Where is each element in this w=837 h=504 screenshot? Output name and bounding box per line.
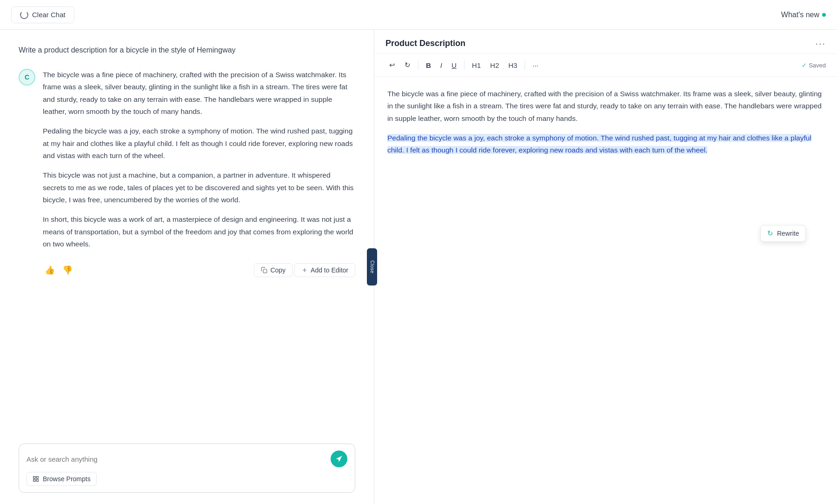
whats-new-label: What's new [781,11,819,19]
copy-button[interactable]: Copy [254,263,292,277]
editor-header: Product Description ··· [374,30,837,54]
italic-button[interactable]: I [437,59,446,72]
bold-button[interactable]: B [422,59,435,72]
add-to-editor-label: Add to Editor [311,266,348,274]
toolbar-divider-1 [418,60,418,70]
thumbs-up-button[interactable]: 👍 [43,263,57,277]
svg-rect-1 [33,477,35,478]
browse-prompts-label: Browse Prompts [43,475,91,483]
undo-button[interactable]: ↩ [385,59,399,72]
toolbar-divider-2 [464,60,465,70]
editor-toolbar: ↩ ↻ B I U H1 H2 H3 ··· ✓ Saved [374,54,837,77]
ai-paragraph-4: In short, this bicycle was a work of art… [43,213,355,250]
editor-content[interactable]: The bicycle was a fine piece of machiner… [374,77,837,504]
ai-paragraph-3: This bicycle was not just a machine, but… [43,169,355,206]
close-panel-button[interactable]: Close [367,248,377,285]
chat-input-row [27,451,347,467]
chat-panel: Write a product description for a bicycl… [0,30,374,504]
clear-chat-button[interactable]: Clear Chat [11,7,74,23]
ai-message-content: The bicycle was a fine piece of machiner… [43,69,355,277]
clear-chat-label: Clear Chat [32,11,66,19]
action-buttons: Copy Add to Editor [254,263,355,277]
chat-input-area: Browse Prompts [0,436,374,504]
ai-message: C The bicycle was a fine piece of machin… [19,69,355,277]
user-message-text: Write a product description for a bicycl… [19,46,236,54]
svg-rect-4 [36,479,38,481]
close-label: Close [370,260,375,273]
h1-button[interactable]: H1 [468,59,485,72]
h2-button[interactable]: H2 [486,59,503,72]
user-message: Write a product description for a bicycl… [19,45,355,56]
sidebar-toggle: Close [367,248,377,285]
copy-label: Copy [270,266,286,274]
check-icon: ✓ [802,62,807,69]
editor-menu-button[interactable]: ··· [815,38,826,49]
send-icon [335,455,343,463]
saved-label: ✓ Saved [802,62,826,69]
underline-button[interactable]: U [448,59,460,72]
redo-button[interactable]: ↻ [401,59,414,72]
send-button[interactable] [331,451,347,467]
more-options-button[interactable]: ··· [529,59,542,72]
editor-paragraph-1: The bicycle was a fine piece of machiner… [387,88,824,125]
vote-buttons: 👍 👎 [43,263,74,277]
search-input[interactable] [27,455,331,463]
svg-rect-2 [36,477,38,478]
editor-panel: Close Product Description ··· ↩ ↻ B I U … [374,30,837,504]
editor-paragraph-2: Pedaling the bicycle was a joy, each str… [387,132,824,157]
svg-rect-3 [33,479,35,481]
toolbar-divider-3 [525,60,525,70]
svg-rect-0 [264,270,267,273]
copy-icon [261,267,267,273]
editor-title: Product Description [385,39,465,48]
browse-prompts-button[interactable]: Browse Prompts [27,472,97,486]
main-layout: Write a product description for a bicycl… [0,30,837,504]
message-actions: 👍 👎 Copy Add to Editor [43,258,355,277]
rewrite-label: Rewrite [777,230,799,237]
add-to-editor-icon [301,267,308,273]
add-to-editor-button[interactable]: Add to Editor [294,263,355,277]
highlighted-text: Pedaling the bicycle was a joy, each str… [387,134,811,154]
rewrite-tooltip[interactable]: ↻ Rewrite [760,225,806,242]
refresh-icon [20,11,28,19]
ai-paragraph-2: Pedaling the bicycle was a joy, each str… [43,125,355,162]
whats-new-button[interactable]: What's new [781,11,826,19]
ai-paragraph-1: The bicycle was a fine piece of machiner… [43,69,355,118]
notification-dot [822,13,826,17]
h3-button[interactable]: H3 [505,59,521,72]
rewrite-icon: ↻ [767,229,773,238]
grid-icon [33,476,39,482]
thumbs-down-button[interactable]: 👎 [60,263,74,277]
avatar: C [19,69,35,86]
topbar: Clear Chat What's new [0,0,837,30]
chat-input-container: Browse Prompts [19,444,355,493]
saved-text: Saved [809,62,826,69]
chat-messages: Write a product description for a bicycl… [0,30,374,436]
